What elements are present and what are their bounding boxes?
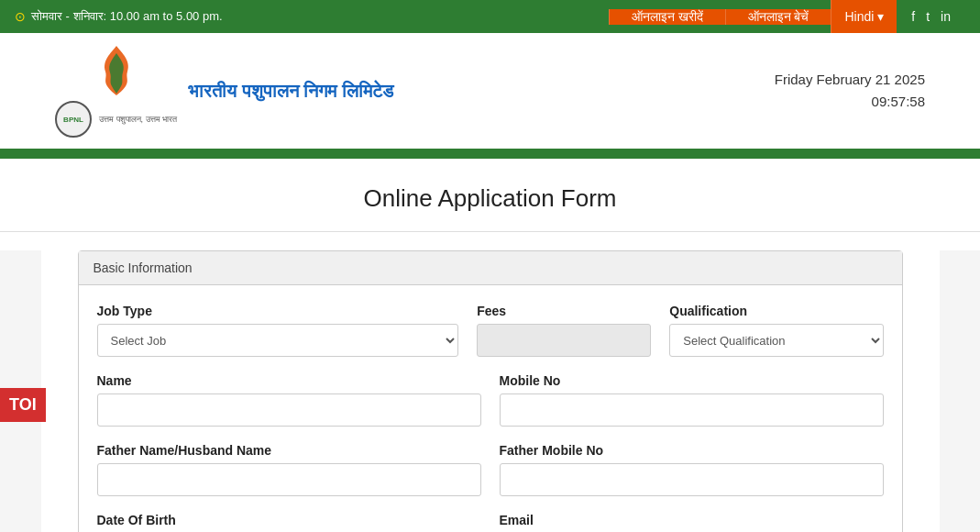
job-type-label: Job Type <box>97 304 459 318</box>
father-mobile-input[interactable] <box>500 463 884 496</box>
qualification-select[interactable]: Select Qualification <box>669 324 883 357</box>
qualification-group: Qualification Select Qualification <box>669 304 883 357</box>
fees-group: Fees <box>477 304 651 357</box>
mobile-label: Mobile No <box>500 373 884 388</box>
flame-logo-svg <box>94 44 138 97</box>
nav-sell[interactable]: ऑनलाइन बेचें <box>725 9 831 25</box>
social-links: f t in <box>897 9 965 24</box>
date-text: Friday February 21 2025 <box>775 69 925 91</box>
father-mobile-group: Father Mobile No <box>500 443 884 496</box>
bpnl-emblem: BPNL <box>55 101 92 138</box>
fees-input <box>477 324 651 357</box>
father-name-group: Father Name/Husband Name <box>97 443 481 496</box>
page-title: Online Application Form <box>0 184 980 213</box>
father-name-label: Father Name/Husband Name <box>97 443 481 458</box>
name-group: Name <box>97 373 481 427</box>
page-title-area: Online Application Form <box>0 159 980 250</box>
fees-label: Fees <box>477 304 651 318</box>
row-dob-email: Date Of Birth Email <box>97 513 884 532</box>
father-name-input[interactable] <box>97 463 481 496</box>
section-title: Basic Information <box>94 260 193 275</box>
nav-buy[interactable]: ऑनलाइन खरीदें <box>609 9 725 25</box>
header: BPNL उत्तम पशुपालन, उत्तम भारत भारतीय पश… <box>0 33 980 151</box>
main-content: Basic Information Job Type Select Job Fe… <box>41 250 940 532</box>
email-label: Email <box>500 513 884 527</box>
top-bar-time: ⊙ सोमवार - शनिवार: 10.00 am to 5.00 pm. <box>15 9 609 24</box>
toi-label: TOI <box>9 395 37 414</box>
header-date: Friday February 21 2025 09:57:58 <box>775 69 925 113</box>
logo-sub: उत्तम पशुपालन, उत्तम भारत <box>99 115 177 125</box>
green-divider <box>0 151 980 159</box>
top-bar-nav: ऑनलाइन खरीदें ऑनलाइन बेचें <box>609 9 831 25</box>
facebook-icon[interactable]: f <box>911 9 915 24</box>
form-body: Job Type Select Job Fees Qualification S… <box>79 285 902 532</box>
name-input[interactable] <box>97 393 481 427</box>
logo-text: भारतीय पशुपालन निगम लिमिटेड <box>188 81 393 102</box>
row-job-fees-qual: Job Type Select Job Fees Qualification S… <box>97 304 884 357</box>
qualification-label: Qualification <box>669 304 883 318</box>
time-text: सोमवार - शनिवार: 10.00 am to 5.00 pm. <box>31 9 223 24</box>
chevron-down-icon: ▾ <box>877 9 884 24</box>
name-label: Name <box>97 373 481 388</box>
linkedin-icon[interactable]: in <box>941 9 951 24</box>
time-text: 09:57:58 <box>775 91 925 113</box>
form-card: Basic Information Job Type Select Job Fe… <box>78 250 903 532</box>
lang-label: Hindi <box>844 9 874 24</box>
dob-label: Date Of Birth <box>97 513 481 527</box>
mobile-group: Mobile No <box>500 373 884 427</box>
job-type-group: Job Type Select Job <box>97 304 459 357</box>
dob-group: Date Of Birth <box>97 513 481 532</box>
top-bar: ⊙ सोमवार - शनिवार: 10.00 am to 5.00 pm. … <box>0 0 980 33</box>
toi-badge: TOI <box>0 388 46 422</box>
clock-icon: ⊙ <box>15 9 26 24</box>
father-mobile-label: Father Mobile No <box>500 443 884 458</box>
email-group: Email <box>500 513 884 532</box>
form-card-header: Basic Information <box>79 251 902 285</box>
mobile-input[interactable] <box>500 393 884 427</box>
twitter-icon[interactable]: t <box>926 9 930 24</box>
language-selector[interactable]: Hindi ▾ <box>831 0 897 33</box>
logo-hindi-text: भारतीय पशुपालन निगम लिमिटेड <box>188 81 393 102</box>
logo-area: BPNL उत्तम पशुपालन, उत्तम भारत भारतीय पश… <box>55 44 393 138</box>
row-father-name-mobile: Father Name/Husband Name Father Mobile N… <box>97 443 884 496</box>
job-type-select[interactable]: Select Job <box>97 324 459 357</box>
row-name-mobile: Name Mobile No <box>97 373 884 427</box>
